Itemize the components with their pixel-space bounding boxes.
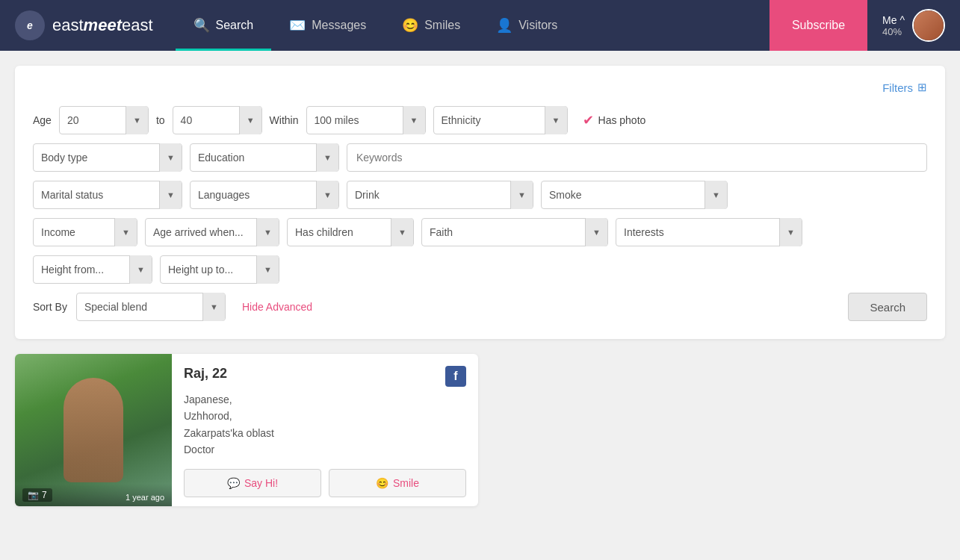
card-profession: Doctor	[184, 441, 466, 458]
faith-value: Faith	[430, 226, 577, 238]
subscribe-button[interactable]: Subscribe	[769, 0, 867, 51]
ethnicity-value: Ethnicity	[442, 114, 537, 126]
me-label: Me ^	[882, 14, 905, 26]
within-label: Within	[270, 114, 299, 126]
avatar[interactable]	[912, 9, 945, 42]
say-hi-button[interactable]: 💬 Say Hi!	[184, 469, 321, 497]
search-button[interactable]: Search	[848, 293, 927, 321]
height-from-select[interactable]: Height from... ▼	[33, 255, 152, 284]
height-from-value: Height from...	[41, 264, 122, 276]
height-to-arrow: ▼	[256, 255, 279, 284]
navbar: e eastmeeteast 🔍 Search ✉️ Messages 😊 Sm…	[0, 0, 960, 51]
logo[interactable]: e eastmeeteast	[15, 10, 153, 40]
nav-item-smiles[interactable]: 😊 Smiles	[384, 0, 478, 51]
smile-label: Smile	[393, 477, 419, 489]
nav-item-search[interactable]: 🔍 Search	[176, 0, 272, 51]
within-arrow: ▼	[403, 106, 425, 134]
marital-select[interactable]: Marital status ▼	[33, 181, 182, 209]
nav-messages-label: Messages	[312, 19, 366, 32]
body-type-select[interactable]: Body type ▼	[33, 143, 182, 172]
within-select[interactable]: 100 miles ▼	[306, 106, 426, 134]
faith-select[interactable]: Faith ▼	[421, 218, 608, 246]
sort-by-label: Sort By	[33, 301, 67, 313]
body-type-value: Body type	[41, 152, 152, 164]
age-from-value: 20	[67, 114, 118, 126]
has-children-select[interactable]: Has children ▼	[287, 218, 414, 246]
sort-by-select[interactable]: Special blend ▼	[76, 293, 226, 321]
has-children-arrow: ▼	[391, 218, 413, 246]
sort-search-row: Sort By Special blend ▼ Hide Advanced Se…	[33, 293, 927, 321]
filter-panel: Filters ⊞ Age 20 ▼ to 40 ▼ Within 100 mi…	[15, 66, 945, 339]
smiles-nav-icon: 😊	[402, 17, 418, 34]
photo-count: 📷 📷 7 7	[22, 488, 52, 502]
age-to-value: 40	[181, 114, 232, 126]
has-photo-wrap: ✔ Has photo	[583, 112, 646, 128]
within-value: 100 miles	[315, 114, 395, 126]
filter-header: Filters ⊞	[33, 81, 927, 94]
profile-menu[interactable]: Me ^ 40%	[867, 9, 945, 42]
filter-row-height: Height from... ▼ Height up to... ▼	[33, 255, 927, 284]
card-image-overlay: 📷 📷 7 7 1 year ago	[15, 484, 172, 506]
age-label: Age	[33, 114, 52, 126]
facebook-icon[interactable]: f	[445, 366, 466, 387]
interests-select[interactable]: Interests ▼	[616, 218, 802, 246]
card-ethnicity: Japanese,	[184, 391, 466, 408]
interests-arrow: ▼	[779, 218, 802, 246]
nav-item-visitors[interactable]: 👤 Visitors	[478, 0, 575, 51]
marital-value: Marital status	[41, 189, 152, 201]
say-hi-icon: 💬	[227, 477, 240, 489]
age-to-arrow: ▼	[239, 106, 261, 134]
nav-item-messages[interactable]: ✉️ Messages	[271, 0, 384, 51]
smile-button[interactable]: 😊 Smile	[329, 469, 466, 497]
card-location: Uzhhorod,	[184, 408, 466, 424]
interests-value: Interests	[624, 226, 772, 238]
height-to-select[interactable]: Height up to... ▼	[160, 255, 279, 284]
card-photo[interactable]: 📷 📷 7 7 1 year ago	[15, 354, 172, 506]
ethnicity-select[interactable]: Ethnicity ▼	[433, 106, 568, 134]
age-arrived-value: Age arrived when...	[153, 226, 249, 238]
filter-row-body: Body type ▼ Education ▼	[33, 143, 927, 172]
languages-select[interactable]: Languages ▼	[190, 181, 339, 209]
age-to-select[interactable]: 40 ▼	[173, 106, 262, 134]
hide-advanced-link[interactable]: Hide Advanced	[242, 301, 312, 313]
nav-smiles-label: Smiles	[424, 19, 460, 32]
sort-by-arrow: ▼	[202, 293, 225, 321]
has-photo-check-icon: ✔	[583, 112, 594, 128]
messages-nav-icon: ✉️	[289, 17, 306, 34]
card-header-row: Raj, 22 f	[184, 366, 466, 387]
age-from-select[interactable]: 20 ▼	[59, 106, 149, 134]
smoke-arrow: ▼	[704, 181, 727, 209]
keywords-input[interactable]	[347, 143, 927, 172]
education-select[interactable]: Education ▼	[190, 143, 339, 172]
nav-visitors-label: Visitors	[518, 19, 557, 32]
income-select[interactable]: Income ▼	[33, 218, 137, 246]
marital-arrow: ▼	[159, 181, 182, 209]
card-actions: 💬 Say Hi! 😊 Smile	[184, 458, 466, 497]
body-type-arrow: ▼	[159, 143, 182, 172]
nav-search-label: Search	[216, 19, 254, 32]
card-body: Raj, 22 f Japanese, Uzhhorod, Zakarpats'…	[172, 354, 478, 506]
languages-arrow: ▼	[316, 181, 338, 209]
sort-by-value: Special blend	[84, 301, 195, 313]
logo-icon: e	[15, 10, 45, 40]
camera-icon: 📷	[28, 490, 39, 500]
faith-arrow: ▼	[585, 218, 607, 246]
income-value: Income	[41, 226, 107, 238]
drink-arrow: ▼	[510, 181, 533, 209]
drink-select[interactable]: Drink ▼	[347, 181, 533, 209]
say-hi-label: Say Hi!	[244, 477, 278, 489]
me-percent: 40%	[882, 26, 905, 37]
smile-icon: 😊	[376, 477, 388, 489]
profile-card: 📷 📷 7 7 1 year ago Raj, 22 f Japanese, U…	[15, 354, 478, 506]
age-from-arrow: ▼	[126, 106, 148, 134]
card-details: Japanese, Uzhhorod, Zakarpats'ka oblast …	[184, 391, 466, 458]
age-arrived-select[interactable]: Age arrived when... ▼	[145, 218, 279, 246]
time-ago: 1 year ago	[126, 493, 164, 502]
filter-row-income: Income ▼ Age arrived when... ▼ Has child…	[33, 218, 927, 246]
nav-items: 🔍 Search ✉️ Messages 😊 Smiles 👤 Visitors	[176, 0, 769, 51]
smoke-select[interactable]: Smoke ▼	[541, 181, 728, 209]
has-children-value: Has children	[295, 226, 383, 238]
filters-button[interactable]: Filters ⊞	[882, 81, 927, 94]
income-arrow: ▼	[114, 218, 137, 246]
filters-icon: ⊞	[917, 81, 927, 94]
